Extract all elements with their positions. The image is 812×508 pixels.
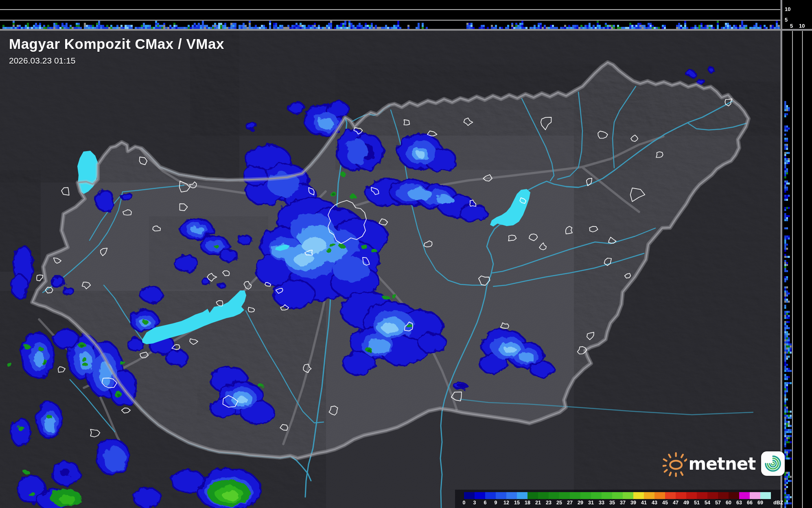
legend-cell — [760, 492, 771, 499]
legend-tick: 6 — [484, 500, 487, 506]
height-profile-strips — [0, 0, 812, 508]
legend-tick: 0 — [463, 500, 466, 506]
legend-tick: 69 — [757, 500, 763, 506]
legend-cell — [644, 492, 654, 499]
top-profile-label-10: 10 — [785, 7, 790, 12]
legend-cell — [718, 492, 729, 499]
legend-tick: 47 — [673, 500, 678, 506]
legend-tick: 18 — [525, 500, 530, 506]
legend-cell — [633, 492, 644, 499]
right-profile-label-10: 10 — [799, 23, 805, 29]
legend-cell — [527, 492, 538, 499]
legend-tick: 15 — [514, 500, 520, 506]
legend-cell — [676, 492, 686, 499]
legend-tick: 60 — [726, 500, 731, 506]
legend-cell — [464, 492, 475, 499]
legend-cell — [602, 492, 612, 499]
legend-cell — [580, 492, 591, 499]
spiral-icon — [763, 454, 783, 473]
legend-tick: 54 — [705, 500, 710, 506]
legend-cell — [538, 492, 549, 499]
legend-tick: 45 — [662, 500, 668, 506]
legend-cell — [654, 492, 665, 499]
right-strip-separator — [781, 0, 783, 508]
legend-cell — [496, 492, 506, 499]
legend-tick: 29 — [578, 500, 583, 506]
legend-cell — [707, 492, 718, 499]
legend-tick: 27 — [567, 500, 573, 506]
legend-tick: 9 — [495, 500, 497, 506]
legend-cell — [729, 492, 739, 499]
legend-cell — [517, 492, 527, 499]
legend-tick: 43 — [652, 500, 657, 506]
page-title: Magyar Kompozit CMax / VMax — [9, 36, 224, 52]
radar-product-screen: Magyar Kompozit CMax / VMax 2026.03.23 0… — [0, 0, 812, 508]
legend-unit-label: dBZ — [773, 500, 783, 506]
timestamp: 2026.03.23 01:15 — [9, 56, 224, 66]
top-strip-separator — [0, 29, 812, 31]
metnet-app-icon — [761, 451, 785, 476]
legend-cell — [612, 492, 623, 499]
legend-cell — [570, 492, 580, 499]
legend-tick: 39 — [630, 500, 636, 506]
top-profile-label-5: 5 — [785, 17, 788, 22]
legend-tick: 66 — [747, 500, 753, 506]
legend-cell — [623, 492, 633, 499]
legend-cell — [485, 492, 496, 499]
top-profile-strip — [0, 0, 781, 29]
legend-cell — [559, 492, 570, 499]
legend-cell — [686, 492, 697, 499]
metnet-logo: metnet — [663, 446, 785, 481]
legend-tick: 33 — [599, 500, 604, 506]
legend-tick: 31 — [588, 500, 594, 506]
legend-tick: 51 — [694, 500, 700, 506]
legend-tick: 41 — [641, 500, 647, 506]
profile-gridlines — [0, 10, 803, 508]
legend-tick: 25 — [556, 500, 562, 506]
legend-cell — [475, 492, 485, 499]
legend-cell — [750, 492, 760, 499]
legend-tick: 49 — [683, 500, 689, 506]
legend-cell — [739, 492, 750, 499]
brand-name: metnet — [689, 454, 756, 474]
legend-cell — [665, 492, 676, 499]
title-block: Magyar Kompozit CMax / VMax 2026.03.23 0… — [9, 36, 224, 66]
legend-tick: 35 — [609, 500, 615, 506]
legend-tick: 12 — [503, 500, 509, 506]
dbz-legend: dBZ 036912151821232527293133353739414345… — [455, 490, 781, 508]
legend-tick: 57 — [715, 500, 721, 506]
legend-cell — [506, 492, 517, 499]
legend-tick: 23 — [546, 500, 552, 506]
legend-cell — [591, 492, 602, 499]
legend-cell — [549, 492, 559, 499]
legend-tick: 63 — [736, 500, 742, 506]
legend-tick: 21 — [535, 500, 541, 506]
legend-cell — [697, 492, 707, 499]
legend-tick: 37 — [620, 500, 626, 506]
right-profile-label-5: 5 — [790, 23, 793, 29]
legend-tick: 3 — [473, 500, 476, 506]
sun-icon — [663, 450, 687, 477]
